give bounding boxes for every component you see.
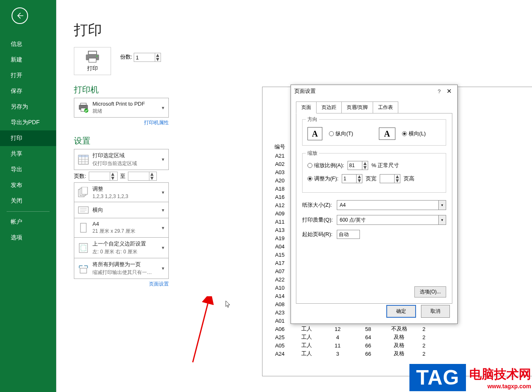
scaling-dropdown[interactable]: 将所有列调整为一页缩减打印输出使其只有一… ▼ [74,258,169,279]
printer-dropdown[interactable]: Microsoft Print to PDF就绪 ▼ [74,98,169,118]
orientation-legend: 方向 [306,116,319,123]
chevron-down-icon: ▼ [161,246,165,250]
page-setup-link[interactable]: 页面设置 [74,281,169,288]
copies-spinner[interactable]: ▲▼ [134,53,161,62]
fit-height-input[interactable]: ▲▼ [380,174,400,183]
nav-item-9[interactable]: 发布 [0,177,56,193]
page-icon [78,222,89,233]
nav-item-5[interactable]: 导出为PDF [0,115,56,130]
copies-input[interactable] [134,53,153,61]
table-row: A05工人1166及格2 [270,341,434,349]
cancel-button[interactable]: 取消 [421,305,450,318]
back-button[interactable] [12,7,28,24]
col-header: 编号 [270,143,290,151]
fit-icon [78,263,89,274]
svg-rect-0 [88,51,97,54]
portrait-icon: A [307,127,322,140]
chevron-down-icon: ▼ [161,226,165,230]
table-row: A25工人464及格2 [270,333,434,341]
nav-item-7[interactable]: 共享 [0,146,56,162]
options-button[interactable]: 选项(O)... [414,286,446,298]
chevron-down-icon: ▾ [438,215,446,224]
scale-ratio-input[interactable]: ▲▼ [348,161,368,170]
fit-to-radio[interactable]: 调整为(F): [307,175,338,182]
tab-1[interactable]: 页边距 [316,102,342,113]
printer-properties-link[interactable]: 打印机属性 [74,119,169,126]
collate-icon [78,187,89,198]
svg-rect-2 [89,58,96,62]
nav-item-6[interactable]: 打印 [0,130,56,146]
nav-item-4[interactable]: 另存为 [0,99,56,115]
chevron-down-icon: ▼ [161,157,165,162]
help-button[interactable]: ? [434,88,444,94]
svg-rect-24 [80,268,87,273]
page-title: 打印 [74,21,532,40]
svg-rect-22 [79,243,87,253]
ok-button[interactable]: 确定 [386,305,416,318]
pages-to-label: 至 [120,172,125,180]
print-quality-select[interactable]: 600 点/英寸▾ [337,215,446,225]
nav-bottom-0[interactable]: 帐户 [0,214,56,230]
annotation-arrow [180,296,226,371]
backstage-sidebar: 信息新建打开保存另存为导出为PDF打印共享导出发布关闭 帐户选项 [0,0,56,392]
copies-label: 份数: [120,54,132,60]
print-button-label: 打印 [85,65,100,72]
chevron-down-icon: ▾ [438,201,446,210]
collate-dropdown[interactable]: 调整1,2,3 1,2,3 1,2,3 ▼ [74,182,169,202]
portrait-radio[interactable]: 纵向(T) [329,130,353,137]
paper-size-select[interactable]: A4▾ [337,200,446,210]
table-row: A06工人1258不及格2 [270,325,434,333]
printer-icon [85,51,100,63]
svg-rect-16 [82,187,87,194]
svg-rect-21 [80,223,86,232]
selection-icon [78,154,89,165]
svg-line-25 [193,301,208,362]
cursor-icon [225,300,232,309]
print-button[interactable]: 打印 [74,47,111,75]
svg-rect-9 [78,155,88,157]
close-button[interactable]: ✕ [444,87,454,95]
pages-label: 页数: [74,172,86,180]
margins-dropdown[interactable]: 上一个自定义边距设置左: 0 厘米 右: 0 厘米 ▼ [74,237,169,258]
page-to-input[interactable] [128,172,149,180]
nav-bottom-1[interactable]: 选项 [0,230,56,246]
tab-2[interactable]: 页眉/页脚 [341,102,373,113]
chevron-down-icon: ▼ [161,266,165,271]
landscape-radio[interactable]: 横向(L) [402,130,426,137]
chevron-down-icon: ▼ [161,190,165,195]
landscape-icon: A [379,128,395,140]
page-from-spinner[interactable]: ▲▼ [89,172,118,181]
nav-item-2[interactable]: 打开 [0,68,56,83]
table-row: A24工人366及格2 [270,349,434,358]
nav-item-0[interactable]: 信息 [0,36,56,52]
tab-0[interactable]: 页面 [296,102,317,113]
svg-point-3 [97,56,98,57]
chevron-down-icon: ▼ [161,106,165,110]
page-setup-dialog: 页面设置 ? ✕ 页面页边距页眉/页脚工作表 方向 A 纵向(T) A 横向(L… [291,85,458,324]
print-area-dropdown[interactable]: 打印选定区域仅打印当前选定区域 ▼ [74,149,169,170]
landscape-icon [78,205,89,215]
scale-legend: 缩放 [306,150,319,157]
nav-separator [7,211,50,212]
fit-width-input[interactable]: ▲▼ [342,174,362,183]
nav-item-8[interactable]: 导出 [0,162,56,177]
dialog-title: 页面设置 [294,87,434,95]
copies-down[interactable]: ▼ [155,57,161,61]
chevron-down-icon: ▼ [161,208,165,213]
main-panel: 打印 打印 份数: ▲▼ 打印机 i Microsoft Print to PD… [56,0,532,392]
page-from-input[interactable] [89,172,110,180]
tab-3[interactable]: 工作表 [373,102,398,113]
margins-icon [78,243,89,253]
nav-item-10[interactable]: 关闭 [0,193,56,209]
page-to-spinner[interactable]: ▲▼ [128,172,157,181]
watermark-logo: TAG 电脑技术网www.tagxp.com [409,364,531,391]
printer-name: Microsoft Print to PDF [92,101,161,107]
printer-status-icon [78,102,89,113]
nav-item-3[interactable]: 保存 [0,83,56,99]
scale-ratio-radio[interactable]: 缩放比例(A): [307,162,344,169]
nav-item-1[interactable]: 新建 [0,52,56,68]
orientation-dropdown[interactable]: 横向 ▼ [74,202,169,218]
paper-dropdown[interactable]: A421 厘米 x 29.7 厘米 ▼ [74,218,169,238]
first-page-input[interactable] [337,230,360,239]
printer-status: 就绪 [92,108,161,115]
